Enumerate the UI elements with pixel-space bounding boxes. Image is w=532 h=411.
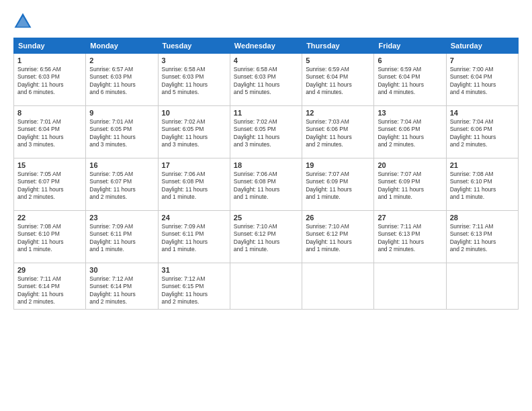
calendar-cell: 29Sunrise: 7:11 AMSunset: 6:14 PMDayligh… [14, 263, 86, 310]
calendar-cell: 21Sunrise: 7:08 AMSunset: 6:10 PMDayligh… [446, 158, 518, 211]
calendar-cell: 20Sunrise: 7:07 AMSunset: 6:09 PMDayligh… [374, 158, 446, 211]
day-number: 18 [234, 161, 298, 169]
calendar-body: 1Sunrise: 6:56 AMSunset: 6:03 PMDaylight… [14, 54, 519, 310]
calendar-week-5: 29Sunrise: 7:11 AMSunset: 6:14 PMDayligh… [14, 263, 519, 310]
calendar-cell: 2Sunrise: 6:57 AMSunset: 6:03 PMDaylight… [86, 54, 158, 106]
calendar-cell: 24Sunrise: 7:09 AMSunset: 6:11 PMDayligh… [158, 211, 230, 263]
calendar-cell: 25Sunrise: 7:10 AMSunset: 6:12 PMDayligh… [230, 211, 302, 263]
day-number: 9 [89, 109, 154, 117]
day-number: 31 [162, 266, 226, 274]
day-number: 6 [378, 56, 442, 64]
day-info: Sunrise: 7:10 AMSunset: 6:12 PMDaylight:… [234, 223, 298, 254]
day-number: 30 [89, 266, 154, 274]
day-info: Sunrise: 7:12 AMSunset: 6:15 PMDaylight:… [162, 275, 226, 306]
day-info: Sunrise: 6:59 AMSunset: 6:04 PMDaylight:… [306, 66, 370, 97]
calendar-cell: 26Sunrise: 7:10 AMSunset: 6:12 PMDayligh… [302, 211, 374, 263]
day-number: 20 [378, 161, 442, 169]
day-info: Sunrise: 7:07 AMSunset: 6:09 PMDaylight:… [306, 171, 370, 201]
day-info: Sunrise: 6:59 AMSunset: 6:04 PMDaylight:… [378, 66, 442, 97]
calendar-cell: 31Sunrise: 7:12 AMSunset: 6:15 PMDayligh… [158, 263, 230, 310]
weekday-header-friday: Friday [374, 38, 446, 54]
calendar-cell: 13Sunrise: 7:04 AMSunset: 6:06 PMDayligh… [374, 106, 446, 158]
day-number: 7 [450, 56, 515, 64]
calendar-cell: 19Sunrise: 7:07 AMSunset: 6:09 PMDayligh… [302, 158, 374, 211]
day-number: 19 [306, 161, 370, 169]
calendar-cell: 6Sunrise: 6:59 AMSunset: 6:04 PMDaylight… [374, 54, 446, 106]
weekday-header-wednesday: Wednesday [230, 38, 302, 54]
calendar-cell: 17Sunrise: 7:06 AMSunset: 6:08 PMDayligh… [158, 158, 230, 211]
day-number: 29 [17, 266, 82, 274]
calendar-cell: 16Sunrise: 7:05 AMSunset: 6:07 PMDayligh… [86, 158, 158, 211]
day-info: Sunrise: 7:08 AMSunset: 6:10 PMDaylight:… [17, 223, 82, 254]
day-info: Sunrise: 6:58 AMSunset: 6:03 PMDaylight:… [162, 66, 226, 97]
weekday-header-thursday: Thursday [302, 38, 374, 54]
calendar-cell: 7Sunrise: 7:00 AMSunset: 6:04 PMDaylight… [446, 54, 518, 106]
day-number: 22 [17, 214, 82, 222]
day-number: 16 [89, 161, 154, 169]
calendar-cell [446, 263, 518, 310]
calendar-cell: 12Sunrise: 7:03 AMSunset: 6:06 PMDayligh… [302, 106, 374, 158]
weekday-header-tuesday: Tuesday [158, 38, 230, 54]
day-number: 15 [17, 161, 82, 169]
calendar-cell [302, 263, 374, 310]
day-number: 24 [162, 214, 226, 222]
day-info: Sunrise: 7:00 AMSunset: 6:04 PMDaylight:… [450, 66, 515, 97]
day-info: Sunrise: 7:11 AMSunset: 6:14 PMDaylight:… [17, 275, 82, 306]
day-info: Sunrise: 7:09 AMSunset: 6:11 PMDaylight:… [89, 223, 154, 254]
day-number: 13 [378, 109, 442, 117]
day-info: Sunrise: 7:11 AMSunset: 6:13 PMDaylight:… [378, 223, 442, 254]
calendar-cell: 10Sunrise: 7:02 AMSunset: 6:05 PMDayligh… [158, 106, 230, 158]
day-info: Sunrise: 7:09 AMSunset: 6:11 PMDaylight:… [162, 223, 226, 254]
weekday-header-monday: Monday [86, 38, 158, 54]
day-number: 14 [450, 109, 515, 117]
day-info: Sunrise: 7:06 AMSunset: 6:08 PMDaylight:… [162, 171, 226, 201]
calendar-cell: 28Sunrise: 7:11 AMSunset: 6:13 PMDayligh… [446, 211, 518, 263]
calendar-week-2: 8Sunrise: 7:01 AMSunset: 6:04 PMDaylight… [14, 106, 519, 158]
calendar-cell: 5Sunrise: 6:59 AMSunset: 6:04 PMDaylight… [302, 54, 374, 106]
day-number: 3 [162, 56, 226, 64]
calendar-cell: 14Sunrise: 7:04 AMSunset: 6:06 PMDayligh… [446, 106, 518, 158]
day-number: 26 [306, 214, 370, 222]
day-number: 25 [234, 214, 298, 222]
day-info: Sunrise: 7:08 AMSunset: 6:10 PMDaylight:… [450, 171, 515, 201]
day-info: Sunrise: 7:03 AMSunset: 6:06 PMDaylight:… [306, 118, 370, 149]
day-info: Sunrise: 6:58 AMSunset: 6:03 PMDaylight:… [234, 66, 298, 97]
logo [13, 12, 34, 31]
day-number: 4 [234, 56, 298, 64]
calendar-week-1: 1Sunrise: 6:56 AMSunset: 6:03 PMDaylight… [14, 54, 519, 106]
calendar-cell: 8Sunrise: 7:01 AMSunset: 6:04 PMDaylight… [14, 106, 86, 158]
calendar-cell: 11Sunrise: 7:02 AMSunset: 6:05 PMDayligh… [230, 106, 302, 158]
day-info: Sunrise: 7:01 AMSunset: 6:05 PMDaylight:… [89, 118, 154, 149]
calendar-cell: 23Sunrise: 7:09 AMSunset: 6:11 PMDayligh… [86, 211, 158, 263]
day-info: Sunrise: 7:10 AMSunset: 6:12 PMDaylight:… [306, 223, 370, 254]
calendar-cell [374, 263, 446, 310]
calendar-cell: 22Sunrise: 7:08 AMSunset: 6:10 PMDayligh… [14, 211, 86, 263]
day-info: Sunrise: 7:02 AMSunset: 6:05 PMDaylight:… [234, 118, 298, 149]
day-info: Sunrise: 6:57 AMSunset: 6:03 PMDaylight:… [89, 66, 154, 97]
day-info: Sunrise: 7:06 AMSunset: 6:08 PMDaylight:… [234, 171, 298, 201]
calendar-cell: 3Sunrise: 6:58 AMSunset: 6:03 PMDaylight… [158, 54, 230, 106]
calendar-cell: 1Sunrise: 6:56 AMSunset: 6:03 PMDaylight… [14, 54, 86, 106]
header [13, 12, 519, 31]
day-number: 21 [450, 161, 515, 169]
day-number: 28 [450, 214, 515, 222]
logo-icon [13, 12, 32, 31]
calendar-cell: 30Sunrise: 7:12 AMSunset: 6:14 PMDayligh… [86, 263, 158, 310]
calendar-cell: 15Sunrise: 7:05 AMSunset: 6:07 PMDayligh… [14, 158, 86, 211]
day-info: Sunrise: 7:05 AMSunset: 6:07 PMDaylight:… [17, 171, 82, 201]
calendar-week-3: 15Sunrise: 7:05 AMSunset: 6:07 PMDayligh… [14, 158, 519, 211]
calendar-cell: 4Sunrise: 6:58 AMSunset: 6:03 PMDaylight… [230, 54, 302, 106]
day-info: Sunrise: 7:11 AMSunset: 6:13 PMDaylight:… [450, 223, 515, 254]
calendar-week-4: 22Sunrise: 7:08 AMSunset: 6:10 PMDayligh… [14, 211, 519, 263]
weekday-header-saturday: Saturday [446, 38, 518, 54]
calendar-header-row: SundayMondayTuesdayWednesdayThursdayFrid… [14, 38, 519, 54]
day-info: Sunrise: 7:04 AMSunset: 6:06 PMDaylight:… [450, 118, 515, 149]
day-number: 5 [306, 56, 370, 64]
day-info: Sunrise: 7:01 AMSunset: 6:04 PMDaylight:… [17, 118, 82, 149]
calendar-table: SundayMondayTuesdayWednesdayThursdayFrid… [13, 38, 519, 310]
day-info: Sunrise: 7:12 AMSunset: 6:14 PMDaylight:… [89, 275, 154, 306]
calendar-cell: 27Sunrise: 7:11 AMSunset: 6:13 PMDayligh… [374, 211, 446, 263]
day-number: 10 [162, 109, 226, 117]
calendar-cell: 9Sunrise: 7:01 AMSunset: 6:05 PMDaylight… [86, 106, 158, 158]
day-info: Sunrise: 7:04 AMSunset: 6:06 PMDaylight:… [378, 118, 442, 149]
